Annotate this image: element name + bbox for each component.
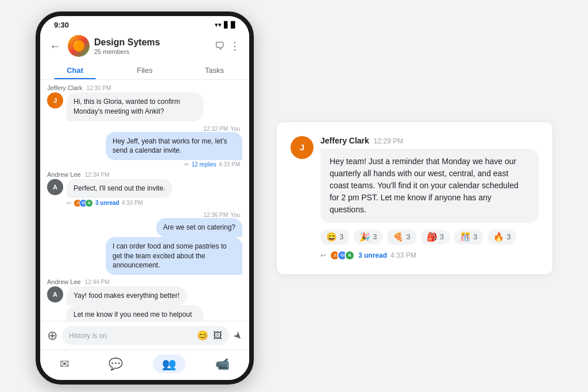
avatar-jeffery-1: J <box>47 92 63 108</box>
image-button[interactable]: 🖼 <box>213 331 222 341</box>
rp-sender-line: Jeffery Clark 12:29 PM <box>320 136 539 145</box>
signal-icon: ▊ <box>224 21 229 29</box>
reaction-emoji-smile: 😄 <box>326 232 337 242</box>
message-group-3: Andrew Lee 12:34 PM A Perfect, I'll send… <box>47 171 242 207</box>
msg-row-4a: Are we set on catering? <box>47 218 242 237</box>
message-group-2: You 12:32 PM Hey Jeff, yeah that works f… <box>47 125 242 168</box>
bottom-nav: ✉ 💬 👥 📹 <box>40 350 249 380</box>
phone-frame: 9:30 ▾▾ ▊ ▉ ← 🟠 Design Sytems 25 members… <box>36 11 254 385</box>
reaction-emoji-party: 🎉 <box>359 232 370 242</box>
bubble-3: Perfect, I'll send out the invite. <box>67 179 172 198</box>
chat-nav-icon: 💬 <box>109 357 123 371</box>
reaction-confetti[interactable]: 🎊 3 <box>454 230 483 244</box>
chat-area: Jeffery Clark 12:30 PM J Hi, this is Glo… <box>40 80 249 321</box>
group-info: Design Sytems 25 members <box>94 37 210 55</box>
msg-row-2: Hey Jeff, yeah that works for me, let's … <box>47 132 242 161</box>
rp-unread-badge: 3 unread <box>358 251 387 259</box>
msg-time-2: 12:32 PM <box>203 126 228 132</box>
nav-item-meet[interactable]: 📹 <box>206 355 239 373</box>
reaction-count-smile: 3 <box>339 232 343 241</box>
bubble-5a: Yay! food makes everything better! <box>67 286 187 305</box>
message-group-5: Andrew Lee 12:44 PM A Yay! food makes ev… <box>47 278 242 321</box>
reaction-count-confetti: 3 <box>473 232 477 241</box>
msg-meta-3: ↩ J G A 3 unread 4:33 PM <box>47 199 242 207</box>
reaction-count-fire: 3 <box>506 232 510 241</box>
bubble-1: Hi, this is Gloria, wanted to confirm Mo… <box>67 92 203 121</box>
msg-row-5a: A Yay! food makes everything better! <box>47 286 242 305</box>
mini-avatars-3: J G A <box>74 199 93 207</box>
status-time: 9:30 <box>54 21 69 29</box>
tabs-bar: Chat Files Tasks <box>40 60 249 80</box>
emoji-button[interactable]: 😊 <box>197 330 208 341</box>
rp-reply-icon: ↩ <box>320 251 326 259</box>
rp-message-row: J Jeffery Clark 12:29 PM Hey team! Just … <box>291 136 539 261</box>
avatar-andrew-5: A <box>47 286 63 302</box>
more-icon[interactable]: ⋮ <box>230 40 240 52</box>
input-bar: ⊕ History is on 😊 🖼 ➤ <box>40 321 249 350</box>
meta-time-3: 4:33 PM <box>122 200 143 206</box>
send-button[interactable]: ➤ <box>230 328 245 343</box>
group-avatar-emoji: 🟠 <box>72 40 85 52</box>
bubble-5b: Let me know if you need me to helpout th… <box>67 305 203 321</box>
message-group-1: Jeffery Clark 12:30 PM J Hi, this is Glo… <box>47 84 242 121</box>
message-input-field[interactable]: History is on 😊 🖼 <box>62 326 229 345</box>
chat-icon[interactable]: 🗨 <box>215 40 225 52</box>
msg-row-4b: I can order food and some pastries to ge… <box>47 237 242 275</box>
msg-time-5: 12:44 PM <box>85 279 110 285</box>
mail-icon: ✉ <box>60 357 69 371</box>
msg-row-3: A Perfect, I'll send out the invite. <box>47 179 242 198</box>
reaction-bag[interactable]: 🎒 3 <box>421 230 450 244</box>
msg-sender-3: Andrew Lee 12:34 PM <box>47 171 242 178</box>
rp-content: Jeffery Clark 12:29 PM Hey team! Just a … <box>320 136 539 261</box>
rp-reactions: 😄 3 🎉 3 🍕 3 🎒 3 🎊 3 <box>320 230 539 244</box>
nav-item-mail[interactable]: ✉ <box>51 355 79 373</box>
msg-row-1: J Hi, this is Gloria, wanted to confirm … <box>47 92 242 121</box>
status-icons: ▾▾ ▊ ▉ <box>215 21 235 29</box>
msg-time-3: 12:34 PM <box>85 172 110 178</box>
msg-you-4: You <box>230 212 240 218</box>
rp-message-bubble: Hey team! Just a reminder that Monday we… <box>320 149 539 223</box>
rp-sender-name: Jeffery Clark <box>320 136 369 145</box>
group-members-count: 25 members <box>94 48 210 55</box>
msg-time-meta-2: 4:33 PM <box>219 161 240 168</box>
nav-item-chat[interactable]: 💬 <box>99 355 132 373</box>
msg-time-4: 12:36 PM <box>203 212 228 218</box>
status-bar: 9:30 ▾▾ ▊ ▉ <box>40 16 249 32</box>
bubble-4a: Are we set on catering? <box>156 218 242 237</box>
rp-mini-av-3: A <box>345 250 355 261</box>
tab-files[interactable]: Files <box>110 60 179 79</box>
reaction-pizza[interactable]: 🍕 3 <box>387 230 416 244</box>
nav-icons: 🗨 ⋮ <box>215 40 240 52</box>
msg-meta-sent-2: You 12:32 PM <box>47 126 242 132</box>
reaction-count-pizza: 3 <box>406 232 410 241</box>
add-button[interactable]: ⊕ <box>47 328 57 343</box>
back-button[interactable]: ← <box>47 37 63 55</box>
edit-icon-2: ✏ <box>184 161 189 168</box>
reply-icon-3: ↩ <box>67 200 71 206</box>
reaction-count-party: 3 <box>373 232 377 241</box>
tab-tasks[interactable]: Tasks <box>180 60 249 79</box>
rp-mini-avatars: J G A <box>330 250 355 261</box>
reaction-emoji-bag: 🎒 <box>427 232 438 242</box>
spaces-icon: 👥 <box>162 357 176 371</box>
replies-link-2[interactable]: 12 replies <box>191 161 216 168</box>
reaction-party[interactable]: 🎉 3 <box>354 230 382 244</box>
rp-avatar: J <box>291 136 314 159</box>
reaction-fire[interactable]: 🔥 3 <box>488 230 516 244</box>
msg-replies-2: 4:33 PM 12 replies ✏ <box>47 161 242 168</box>
msg-row-5b: Let me know if you need me to helpout th… <box>47 305 242 321</box>
meet-icon: 📹 <box>215 357 230 371</box>
reaction-emoji-pizza: 🍕 <box>393 232 404 242</box>
group-name: Design Sytems <box>94 37 210 48</box>
mini-av-3: A <box>85 199 93 207</box>
msg-you-2: You <box>230 126 240 132</box>
group-avatar: 🟠 <box>68 35 90 57</box>
rp-meta-time: 4:33 PM <box>390 251 416 259</box>
bubble-2: Hey Jeff, yeah that works for me, let's … <box>106 132 242 161</box>
reaction-emoji-confetti: 🎊 <box>460 232 471 242</box>
tab-chat[interactable]: Chat <box>40 60 110 79</box>
reaction-smile[interactable]: 😄 3 <box>320 230 349 244</box>
reaction-emoji-fire: 🔥 <box>493 232 504 242</box>
battery-icon: ▉ <box>231 21 235 29</box>
nav-item-spaces[interactable]: 👥 <box>153 355 185 373</box>
